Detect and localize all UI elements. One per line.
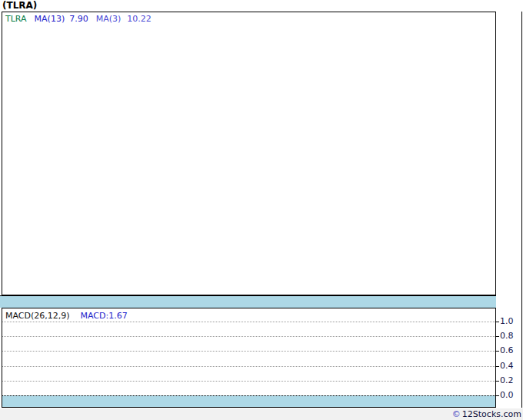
price-panel: TLRAMA(13)7.90MA(3)10.22: [2, 12, 496, 295]
axis-tick-label: 0.6: [500, 345, 520, 356]
axis-tick-label: 1.0: [500, 316, 520, 327]
ma3-label: MA(3): [96, 14, 122, 24]
axis-tick-mark: [496, 366, 499, 367]
ma3-value: 10.22: [127, 14, 152, 24]
chart-root: (TLRA) TLRAMA(13)7.90MA(3)10.22 MACD(26,…: [0, 0, 523, 420]
axis-tick-label: 0.8: [500, 331, 520, 342]
ticker-symbol-label: TLRA: [5, 14, 27, 24]
axis-tick-mark: [496, 351, 499, 352]
ma13-value: 7.90: [69, 14, 88, 24]
panel-separator-band: [0, 295, 496, 308]
axis-tick-mark: [496, 381, 499, 382]
axis-tick-label: 0.2: [500, 375, 520, 386]
macd-gridline: [2, 322, 495, 322]
axis-tick-mark: [496, 322, 499, 322]
brand-link[interactable]: 12Stocks.com: [462, 409, 521, 419]
macd-gridline: [2, 366, 495, 367]
axis-tick-label: 0.0: [500, 390, 520, 401]
right-axis-border-line: [521, 12, 522, 408]
macd-params-label: MACD(26,12,9): [5, 311, 70, 321]
axis-tick-mark: [496, 336, 499, 337]
footer-bar: ©12Stocks.com: [0, 408, 523, 420]
macd-gridline: [2, 381, 495, 382]
macd-value-label: MACD:1.67: [81, 311, 128, 321]
macd-gridline: [2, 351, 495, 352]
macd-bottom-band: [2, 395, 495, 407]
axis-tick-mark: [496, 395, 499, 396]
axis-tick-label: 0.4: [500, 361, 520, 372]
price-panel-legend: TLRAMA(13)7.90MA(3)10.22: [5, 14, 152, 24]
ma13-label: MA(13): [35, 14, 65, 24]
copyright-icon: ©: [452, 409, 461, 419]
macd-gridline: [2, 336, 495, 337]
macd-panel: MACD(26,12,9)MACD:1.67: [2, 308, 496, 408]
macd-legend: MACD(26,12,9)MACD:1.67: [5, 311, 128, 321]
page-title: (TLRA): [2, 0, 37, 12]
